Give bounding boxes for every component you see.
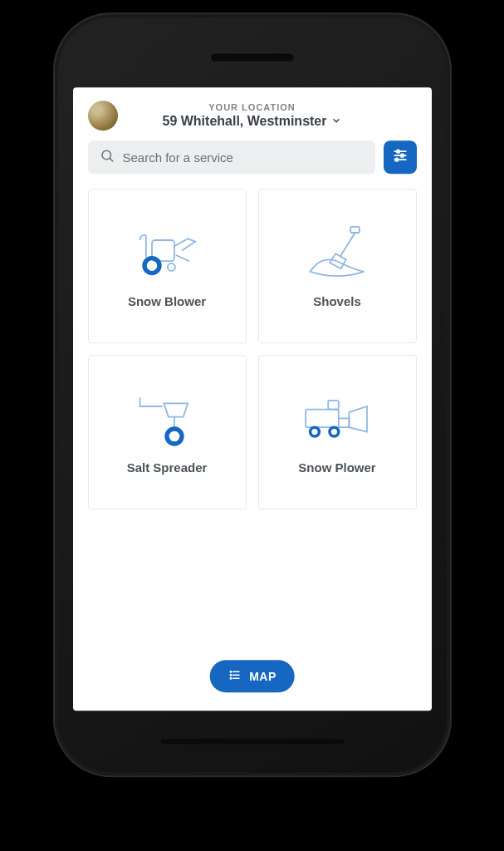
svg-point-17 [311, 427, 320, 436]
location-picker[interactable]: 59 Whitehall, Westminster [163, 114, 342, 129]
salt-spreader-icon [130, 391, 204, 449]
device-frame: YOUR LOCATION 59 Whitehall, Westminster [53, 12, 452, 777]
location-eyebrow: YOUR LOCATION [88, 102, 417, 112]
service-card-label: Salt Spreader [127, 460, 208, 475]
svg-rect-11 [350, 226, 360, 232]
svg-line-12 [340, 233, 355, 257]
location-block: YOUR LOCATION 59 Whitehall, Westminster [88, 102, 417, 129]
svg-point-5 [400, 155, 403, 157]
search-field[interactable] [88, 140, 375, 174]
svg-point-21 [230, 674, 232, 676]
svg-point-19 [230, 671, 232, 672]
filter-button[interactable] [384, 140, 417, 174]
chevron-down-icon [331, 114, 341, 129]
services-grid: Snow Blower Shovels [88, 189, 417, 509]
svg-point-3 [396, 150, 399, 153]
snow-plower-icon [300, 391, 374, 449]
service-card-label: Shovels [313, 294, 361, 308]
svg-rect-16 [328, 400, 339, 409]
list-icon [228, 668, 241, 684]
service-card-snow-blower[interactable]: Snow Blower [88, 189, 247, 343]
search-icon [100, 148, 115, 166]
snow-blower-icon [130, 224, 204, 283]
service-card-shovels[interactable]: Shovels [258, 189, 417, 343]
service-card-label: Snow Plower [298, 460, 375, 475]
shovel-icon [300, 224, 374, 283]
svg-point-23 [230, 677, 232, 679]
service-card-salt-spreader[interactable]: Salt Spreader [88, 355, 247, 509]
map-button[interactable]: MAP [209, 660, 295, 692]
search-input[interactable] [123, 150, 364, 165]
svg-point-7 [395, 159, 398, 161]
app-header: YOUR LOCATION 59 Whitehall, Westminster [73, 87, 432, 174]
service-card-label: Snow Blower [128, 294, 206, 308]
map-button-label: MAP [249, 670, 276, 683]
location-address: 59 Whitehall, Westminster [163, 114, 327, 129]
app-screen: YOUR LOCATION 59 Whitehall, Westminster [73, 87, 432, 711]
sliders-icon [392, 147, 409, 167]
svg-point-14 [167, 429, 182, 444]
service-card-snow-plower[interactable]: Snow Plower [258, 355, 417, 509]
svg-rect-15 [306, 409, 339, 427]
svg-point-18 [330, 427, 339, 436]
svg-point-10 [168, 263, 175, 270]
device-shadow [78, 790, 427, 831]
svg-line-1 [110, 159, 112, 161]
